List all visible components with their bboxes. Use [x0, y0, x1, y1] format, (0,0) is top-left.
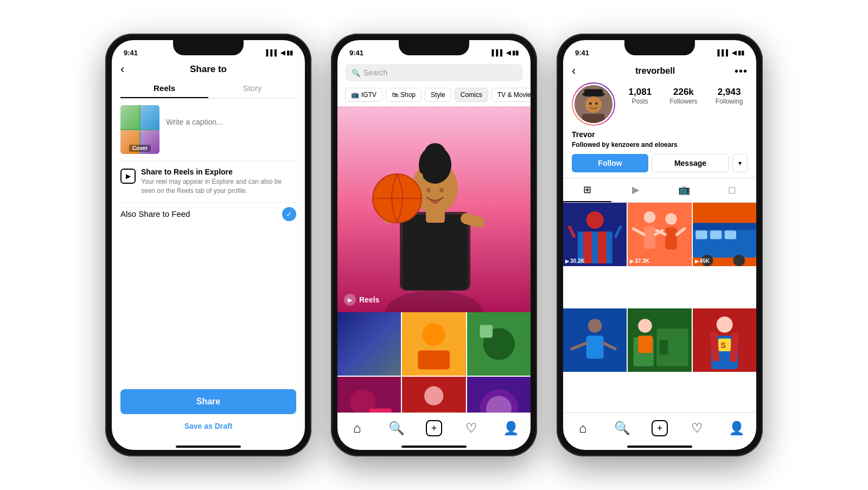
category-style[interactable]: Style: [425, 88, 451, 102]
video-count-3: ▶ 45K: [695, 258, 710, 264]
profile-tab-tag[interactable]: ◻: [708, 178, 756, 202]
share-explore-text: Share to Reels in Explore Your reel may …: [141, 167, 296, 196]
nav-person-2[interactable]: 👤: [501, 418, 521, 438]
category-igtv[interactable]: 📺 IGTV: [345, 88, 382, 102]
profile-grid-cell-1[interactable]: ▶ 30.2K: [563, 203, 627, 266]
also-share-row[interactable]: Also Share to Feed ✓: [112, 203, 305, 225]
profile-grid: ▶ 30.2K: [563, 203, 756, 412]
grid-cell-5[interactable]: [402, 377, 465, 412]
reel-icon: ▶: [120, 169, 136, 184]
profile-grid-cell-4[interactable]: [563, 308, 627, 372]
profile-tabs-row: ⊞ ▶ 📺 ◻: [563, 178, 756, 203]
also-share-label: Also Share to Feed: [120, 209, 190, 218]
nav-search-3[interactable]: 🔍: [612, 418, 632, 438]
stat-following-num: 2,943: [716, 87, 743, 98]
profile-grid-cell-5[interactable]: [628, 308, 691, 372]
profile-back-button[interactable]: ‹: [572, 64, 576, 78]
message-button[interactable]: Message: [652, 154, 729, 172]
bottom-nav-3: ⌂ 🔍 + ♡ 👤: [563, 412, 756, 441]
caption-row: Cover: [112, 99, 305, 160]
svg-rect-58: [724, 230, 736, 239]
nav-home-2[interactable]: ⌂: [347, 418, 367, 438]
profile-grid-cell-2[interactable]: ▶ 37.3K: [628, 203, 691, 266]
search-bar-row: 🔍 Search: [337, 62, 531, 86]
profile-name: Trevor: [572, 130, 748, 139]
share-explore-title: Share to Reels in Explore: [141, 167, 296, 176]
igtv-icon: 📺: [351, 91, 359, 99]
time-2: 9:41: [349, 49, 363, 57]
grid-cell-2[interactable]: [402, 312, 465, 376]
search-bar[interactable]: 🔍 Search: [345, 64, 523, 81]
dropdown-button[interactable]: ▾: [732, 154, 748, 172]
hero-overlay: ▶ Reels: [344, 294, 379, 306]
count-1: 30.2K: [570, 258, 585, 264]
nav-heart-2[interactable]: ♡: [462, 418, 481, 438]
follow-button[interactable]: Follow: [572, 154, 648, 172]
share-to-title: Share to: [190, 64, 227, 75]
stat-posts-label: Posts: [629, 98, 652, 105]
save-draft-button[interactable]: Save as Draft: [120, 420, 296, 433]
cover-label: Cover: [129, 145, 151, 152]
profile-stats: 1,081 Posts 226k Followers 2,943 Followi…: [624, 82, 748, 105]
tabs-row: Reels Story: [120, 79, 296, 99]
svg-rect-61: [693, 223, 756, 230]
share-button[interactable]: Share: [120, 389, 296, 414]
stat-following: 2,943 Following: [716, 87, 743, 105]
profile-tab-igtv[interactable]: 📺: [660, 178, 708, 202]
profile-tab-reels[interactable]: ▶: [611, 178, 660, 202]
followed-by-text: Followed by: [572, 141, 611, 149]
nav-person-3[interactable]: 👤: [727, 418, 746, 438]
shop-icon: 🛍: [392, 91, 398, 99]
back-button-1[interactable]: ‹: [120, 62, 124, 76]
face-2: [141, 105, 159, 129]
home-indicator-2: [401, 446, 467, 448]
svg-rect-51: [666, 228, 677, 250]
category-comics[interactable]: Comics: [455, 88, 488, 102]
profile-tab-grid[interactable]: ⊞: [563, 178, 611, 202]
nav-add-3[interactable]: +: [652, 420, 668, 436]
svg-rect-33: [584, 89, 603, 96]
grid-cell-1[interactable]: [337, 312, 401, 376]
profile-more-button[interactable]: •••: [735, 65, 748, 78]
svg-point-36: [595, 102, 598, 105]
comics-label: Comics: [461, 91, 482, 99]
svg-rect-18: [418, 350, 450, 369]
bottom-nav-2: ⌂ 🔍 + ♡ 👤: [337, 412, 531, 441]
categories-row: 📺 IGTV 🛍 Shop Style Comics TV & Movie: [337, 86, 531, 106]
followed-by-users: kenzoere and eloears: [611, 141, 678, 149]
shop-label: Shop: [400, 91, 416, 99]
check-circle[interactable]: ✓: [282, 207, 296, 221]
svg-point-50: [666, 213, 677, 224]
avatar-ring[interactable]: [572, 82, 615, 126]
svg-rect-24: [369, 409, 392, 412]
grid-cell-3[interactable]: [467, 312, 531, 376]
svg-rect-21: [480, 325, 492, 337]
count-3: 45K: [700, 258, 710, 264]
notch-2: [399, 40, 469, 55]
grid-cell-4[interactable]: [337, 377, 401, 412]
explore-hero[interactable]: ▶ Reels: [337, 106, 531, 312]
nav-add-2[interactable]: +: [426, 420, 442, 436]
action-row: Follow Message ▾: [563, 154, 756, 178]
play-icon-2: ▶: [630, 259, 634, 264]
nav-home-3[interactable]: ⌂: [573, 418, 592, 438]
igtv-label: IGTV: [361, 91, 376, 99]
explore-grid: [337, 312, 531, 412]
nav-heart-3[interactable]: ♡: [687, 418, 707, 438]
svg-point-8: [426, 188, 431, 192]
category-tv[interactable]: TV & Movie: [492, 88, 531, 102]
hero-image: [337, 106, 531, 312]
grid-cell-6[interactable]: [467, 377, 531, 412]
stat-followers-num: 226k: [669, 87, 697, 98]
search-icon: 🔍: [352, 69, 360, 77]
tab-story[interactable]: Story: [208, 79, 296, 98]
profile-grid-cell-3[interactable]: ▶ 45K: [693, 203, 756, 266]
play-icon-3: ▶: [695, 259, 699, 264]
caption-input[interactable]: [166, 105, 296, 138]
category-shop[interactable]: 🛍 Shop: [386, 88, 422, 102]
nav-search-2[interactable]: 🔍: [387, 418, 406, 438]
profile-grid-cell-6[interactable]: S: [693, 308, 756, 372]
svg-text:S: S: [720, 340, 726, 349]
cover-thumbnail[interactable]: Cover: [120, 105, 159, 154]
tab-reels[interactable]: Reels: [120, 79, 208, 98]
